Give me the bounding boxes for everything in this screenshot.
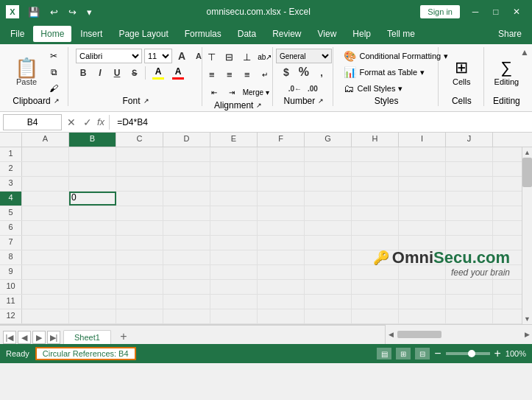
cell-B3[interactable] <box>69 177 116 191</box>
conditional-formatting-button[interactable]: 🎨 Conditional Formatting ▾ <box>341 49 451 63</box>
cell-E2[interactable] <box>210 162 258 176</box>
format-as-table-button[interactable]: 📊 Format as Table ▾ <box>341 65 428 80</box>
cell-D5[interactable] <box>163 206 210 220</box>
cell-styles-dropdown[interactable]: ▾ <box>398 84 402 94</box>
cells-button[interactable]: ⊞ Cells <box>447 54 476 91</box>
scroll-left-button[interactable]: ◀ <box>386 329 396 340</box>
merge-center-button[interactable]: Merge ▾ <box>241 84 271 100</box>
cell-H4[interactable] <box>352 192 399 206</box>
cell-H10[interactable] <box>352 280 399 294</box>
paste-button[interactable]: 📋 Paste <box>10 55 43 89</box>
menu-view[interactable]: View <box>311 26 344 42</box>
col-header-H[interactable]: H <box>352 133 399 147</box>
cell-E6[interactable] <box>210 221 258 235</box>
menu-tell-me[interactable]: Tell me <box>380 26 422 42</box>
bold-button[interactable]: B <box>76 66 91 80</box>
format-table-dropdown[interactable]: ▾ <box>420 68 425 77</box>
redo-button[interactable]: ↪ <box>64 5 81 19</box>
cell-H6[interactable] <box>352 221 399 235</box>
cell-D9[interactable] <box>163 265 210 279</box>
cell-E9[interactable] <box>210 265 258 279</box>
increase-font-button[interactable]: A <box>174 49 189 63</box>
cell-F12[interactable] <box>258 309 305 323</box>
cell-B7[interactable] <box>69 236 116 250</box>
page-layout-view-button[interactable]: ⊞ <box>396 348 411 359</box>
center-align-button[interactable]: ≡ <box>221 66 238 83</box>
col-header-D[interactable]: D <box>163 133 210 147</box>
cell-C9[interactable] <box>116 265 163 279</box>
cell-H11[interactable] <box>352 295 399 309</box>
right-align-button[interactable]: ≡ <box>239 66 255 83</box>
col-header-B[interactable]: B <box>69 133 116 147</box>
cell-A8[interactable] <box>22 250 69 264</box>
cell-G4[interactable] <box>305 192 352 206</box>
h-scroll-track[interactable] <box>397 331 520 338</box>
cell-I5[interactable] <box>399 206 446 220</box>
sheet-prev-button[interactable]: ◀ <box>18 331 31 344</box>
menu-page-layout[interactable]: Page Layout <box>111 26 175 42</box>
cell-I3[interactable] <box>399 177 446 191</box>
cell-E8[interactable] <box>210 250 258 264</box>
cell-I1[interactable] <box>399 147 446 161</box>
cell-B12[interactable] <box>69 309 116 323</box>
cell-C5[interactable] <box>116 206 163 220</box>
sheet-next-button[interactable]: ▶ <box>32 331 46 344</box>
name-box[interactable] <box>3 114 62 130</box>
cell-J9[interactable] <box>446 265 493 279</box>
zoom-out-button[interactable]: − <box>434 347 441 360</box>
fill-color-button[interactable]: A <box>149 66 167 80</box>
cell-G10[interactable] <box>305 280 352 294</box>
save-button[interactable]: 💾 <box>24 5 44 19</box>
left-align-button[interactable]: ≡ <box>204 66 220 83</box>
middle-align-button[interactable]: ⊟ <box>221 49 238 65</box>
cell-styles-button[interactable]: 🗂 Cell Styles ▾ <box>341 81 405 96</box>
cell-I10[interactable] <box>399 280 446 294</box>
menu-review[interactable]: Review <box>265 26 308 42</box>
cell-I6[interactable] <box>399 221 446 235</box>
cell-F6[interactable] <box>258 221 305 235</box>
cell-C4[interactable] <box>116 192 163 206</box>
cell-J3[interactable] <box>446 177 493 191</box>
cell-E3[interactable] <box>210 177 258 191</box>
percent-button[interactable]: % <box>297 65 311 80</box>
cell-H5[interactable] <box>352 206 399 220</box>
font-expand-icon[interactable]: ↗ <box>143 97 149 105</box>
cell-B6[interactable] <box>69 221 116 235</box>
add-sheet-button[interactable]: + <box>116 329 132 344</box>
number-expand-icon[interactable]: ↗ <box>318 97 324 105</box>
cell-G12[interactable] <box>305 309 352 323</box>
cell-D12[interactable] <box>163 309 210 323</box>
cell-G8[interactable] <box>305 250 352 264</box>
cell-C6[interactable] <box>116 221 163 235</box>
underline-button[interactable]: U <box>110 66 124 80</box>
cell-H8[interactable] <box>352 250 399 264</box>
cell-A4[interactable] <box>22 192 69 206</box>
wrap-text-button[interactable]: ↵ <box>257 66 273 83</box>
h-scroll-thumb[interactable] <box>397 331 441 338</box>
cell-J1[interactable] <box>446 147 493 161</box>
alignment-expand-icon[interactable]: ↗ <box>256 102 262 109</box>
close-button[interactable]: ✕ <box>507 4 526 19</box>
cell-F1[interactable] <box>258 147 305 161</box>
formula-input[interactable] <box>114 114 529 130</box>
cell-F10[interactable] <box>258 280 305 294</box>
cell-J11[interactable] <box>446 295 493 309</box>
cell-I4[interactable] <box>399 192 446 206</box>
cell-H3[interactable] <box>352 177 399 191</box>
col-header-I[interactable]: I <box>399 133 446 147</box>
cell-H12[interactable] <box>352 309 399 323</box>
menu-file[interactable]: File <box>3 26 32 42</box>
cell-B11[interactable] <box>69 295 116 309</box>
cell-F3[interactable] <box>258 177 305 191</box>
cell-D4[interactable] <box>163 192 210 206</box>
cell-C8[interactable] <box>116 250 163 264</box>
zoom-in-button[interactable]: + <box>494 347 501 360</box>
cell-F11[interactable] <box>258 295 305 309</box>
text-angle-button[interactable]: ab↗ <box>257 49 273 65</box>
increase-indent-button[interactable]: ⇥ <box>224 84 240 100</box>
cell-E12[interactable] <box>210 309 258 323</box>
cell-D8[interactable] <box>163 250 210 264</box>
cell-G5[interactable] <box>305 206 352 220</box>
number-format-select[interactable]: General <box>276 49 332 63</box>
cell-A5[interactable] <box>22 206 69 220</box>
